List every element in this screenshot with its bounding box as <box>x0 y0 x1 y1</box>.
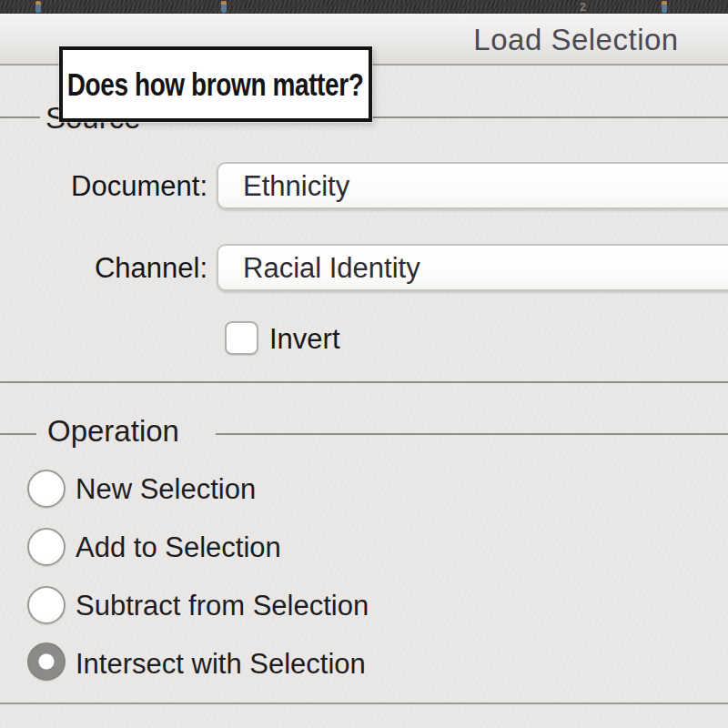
background-figure-mark <box>35 1 41 13</box>
document-dropdown[interactable]: Ethnicity <box>217 162 728 209</box>
radio-subtract-from-selection-label[interactable]: Subtract from Selection <box>76 590 369 622</box>
operation-legend-rule-left <box>0 433 36 435</box>
source-legend-rule-left <box>0 116 40 118</box>
document-dropdown-value: Ethnicity <box>218 164 728 208</box>
dialog-title: Load Selection <box>455 14 697 64</box>
background-photo-glyph: 2 <box>580 0 586 14</box>
channel-label: Channel: <box>0 252 207 285</box>
radio-add-to-selection-label[interactable]: Add to Selection <box>76 531 281 564</box>
background-figure-mark <box>221 1 227 13</box>
radio-new-selection-label[interactable]: New Selection <box>76 473 256 506</box>
background-photo-strip: 2 <box>0 0 728 14</box>
invert-checkbox[interactable] <box>225 321 258 355</box>
background-figure-mark <box>662 1 667 13</box>
radio-new-selection[interactable] <box>27 470 66 508</box>
radio-intersect-with-selection-label[interactable]: Intersect with Selection <box>76 648 366 681</box>
section-divider <box>0 381 728 383</box>
operation-legend-rule-right <box>216 433 728 435</box>
radio-add-to-selection[interactable] <box>27 528 66 566</box>
bottom-divider <box>0 703 728 704</box>
document-label: Document: <box>0 170 207 203</box>
channel-dropdown[interactable]: Racial Identity <box>217 244 728 291</box>
invert-checkbox-label[interactable]: Invert <box>269 323 340 356</box>
caption-text: Does how brown matter? <box>67 66 364 103</box>
operation-section-legend: Operation <box>47 414 179 449</box>
radio-subtract-from-selection[interactable] <box>27 586 66 624</box>
caption-box: Does how brown matter? <box>59 46 372 122</box>
channel-dropdown-value: Racial Identity <box>218 246 728 290</box>
radio-intersect-with-selection[interactable] <box>27 642 66 681</box>
screenshot-root: 2 Load Selection Source Document: Ethnic… <box>0 0 728 728</box>
